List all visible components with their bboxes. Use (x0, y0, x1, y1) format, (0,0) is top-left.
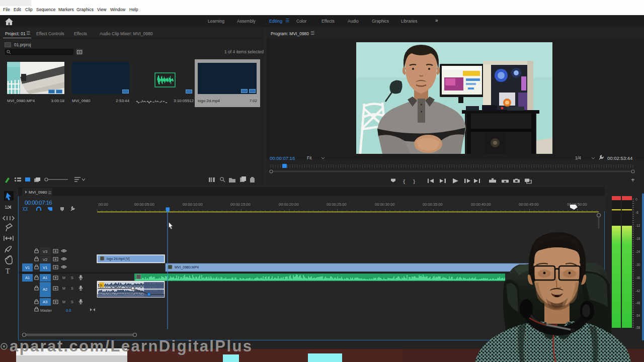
svg-text:M: M (62, 287, 65, 290)
svg-text:0: 0 (635, 198, 637, 201)
svg-text:{: { (403, 179, 406, 184)
svg-text:0.0: 0.0 (66, 308, 71, 313)
svg-text:S: S (71, 300, 73, 304)
svg-text:M: M (62, 300, 65, 304)
svg-text:S: S (71, 276, 73, 280)
svg-text:-6: -6 (635, 211, 638, 214)
svg-text:T: T (6, 267, 10, 275)
svg-text:}: } (413, 179, 416, 184)
svg-text:fx: fx (100, 284, 103, 287)
svg-text:logo 2d.mp4 [V]: logo 2d.mp4 [V] (107, 257, 130, 261)
svg-text:Master: Master (40, 308, 52, 313)
svg-text:MVI_0980.MP4: MVI_0980.MP4 (175, 265, 199, 269)
svg-text:M: M (62, 276, 65, 280)
svg-text:S: S (71, 287, 73, 290)
